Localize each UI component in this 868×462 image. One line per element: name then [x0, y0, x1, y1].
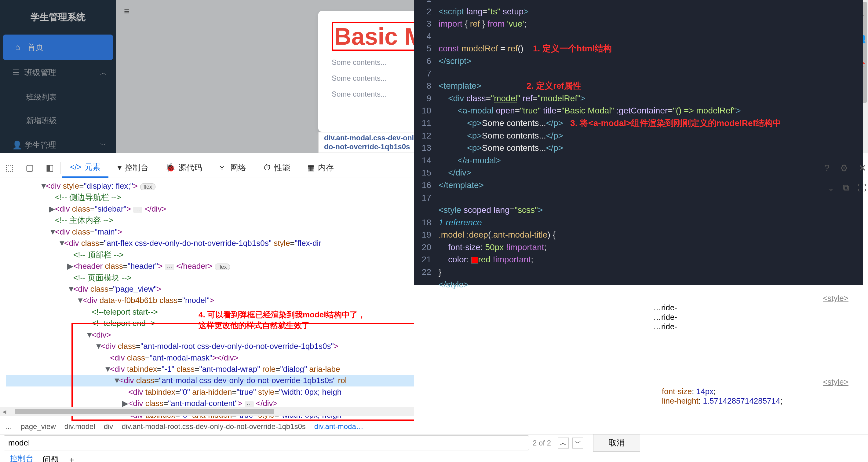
bug-icon: 🐞 — [165, 163, 175, 172]
chevron-down-icon[interactable]: ⌄ — [827, 183, 834, 193]
nav-class-list[interactable]: 班级列表 — [0, 85, 116, 109]
drawer-tab-issues[interactable]: 问题 — [43, 454, 59, 462]
chevron-up-icon: ︿ — [100, 68, 107, 77]
nav-class-mgmt[interactable]: ☰ 班级管理 ︿ — [0, 60, 116, 85]
nav-label: 班级管理 — [25, 67, 56, 78]
settings-icon[interactable]: ⚙ — [840, 163, 848, 173]
console-icon: ▾ — [118, 163, 122, 172]
editor-code: <script lang="ts" setup> import { ref } … — [439, 0, 861, 303]
tab-network[interactable]: ᯤ网络 — [211, 158, 254, 178]
dock-icon[interactable]: ◧ — [40, 161, 59, 175]
search-input[interactable] — [4, 435, 529, 451]
inbox-icon: ☰ — [12, 68, 20, 77]
search-prev[interactable]: ︿ — [558, 437, 569, 449]
expand-icon[interactable]: ⛶ — [858, 183, 866, 193]
chip-icon: ▦ — [307, 163, 315, 172]
collapse-sidebar-icon[interactable]: ≡ — [124, 6, 129, 17]
inspect-icon[interactable]: ⬚ — [0, 161, 19, 175]
nav-label: 首页 — [28, 42, 43, 53]
search-cancel[interactable]: 取消 — [593, 434, 640, 452]
editor-gutter: 1234567891011121314151617 1819202122 — [414, 0, 436, 279]
elements-tree[interactable]: ▼<div style="display: flex;">flex <!-- 侧… — [0, 178, 414, 433]
drawer-tabs: 控制台 问题 ＋ — [0, 452, 868, 462]
home-icon: ⌂ — [15, 42, 23, 52]
search-count: 2 of 2 — [533, 439, 551, 447]
close-devtools-icon[interactable]: ✕ — [859, 163, 866, 173]
search-next[interactable]: ﹀ — [572, 437, 583, 449]
add-tab-icon[interactable]: ＋ — [68, 454, 76, 462]
elements-h-scroll[interactable]: ◀ — [0, 407, 414, 416]
sidebar: 学生管理系统 ⌂ 首页 ☰ 班级管理 ︿ 班级列表 新增班级 👤 学生管理 ﹀ — [0, 0, 116, 153]
help-icon[interactable]: ? — [824, 163, 830, 173]
wifi-icon: ᯤ — [219, 163, 227, 172]
code-icon: </> — [70, 162, 82, 172]
chevron-down-icon: ﹀ — [100, 141, 107, 150]
devtools-right-icons: ? ⚙ ✕ — [824, 158, 866, 178]
tab-sources[interactable]: 🐞源代码 — [158, 158, 210, 178]
annotation-4: 4. 可以看到弹框已经渲染到我model结构中了，这样更改他的样式自然就生效了 — [198, 310, 366, 331]
gauge-icon: ⏱ — [263, 163, 271, 172]
styles-toolbar: ⌄ ⧉ ⛶ — [827, 178, 866, 198]
annotation-box-4 — [71, 323, 414, 421]
tab-elements[interactable]: </>元素 — [62, 158, 108, 178]
nav-class-add[interactable]: 新增班级 — [0, 109, 116, 133]
drawer-tab-console[interactable]: 控制台 — [10, 453, 34, 462]
code-editor[interactable]: 1234567891011121314151617 1819202122 <sc… — [414, 0, 863, 285]
user-icon: 👤 — [12, 140, 20, 150]
tab-memory[interactable]: ▦内存 — [299, 158, 342, 178]
tooltip-selector: div.ant-modal.css-dev-only-do-not-overri… — [318, 134, 427, 151]
nav-student-mgmt[interactable]: 👤 学生管理 ﹀ — [0, 133, 116, 158]
app-title: 学生管理系统 — [0, 0, 116, 34]
tab-performance[interactable]: ⏱性能 — [255, 158, 298, 178]
stylesheet-link[interactable]: <style> — [823, 377, 848, 387]
nav-label: 学生管理 — [25, 140, 56, 150]
nav-home[interactable]: ⌂ 首页 — [3, 34, 113, 60]
device-icon[interactable]: ▢ — [20, 161, 39, 175]
popout-icon[interactable]: ⧉ — [843, 183, 849, 193]
tab-console[interactable]: ▾控制台 — [110, 158, 156, 178]
elements-search-row: 2 of 2 ︿ ﹀ 取消 — [0, 434, 868, 451]
